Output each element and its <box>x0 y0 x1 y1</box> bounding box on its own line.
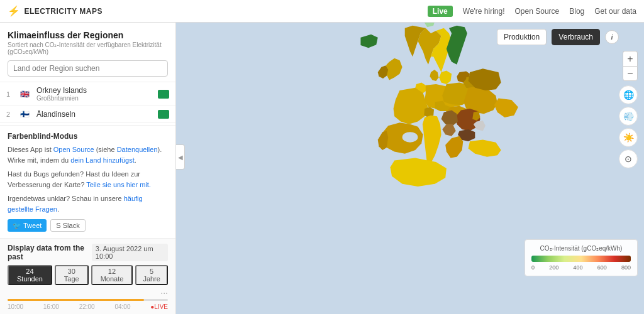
social-buttons: 🐦 Tweet S Slack <box>8 219 168 232</box>
bottom-panel-header: Display data from the past 3. August 202… <box>8 244 168 261</box>
rank-color-bar <box>158 90 169 99</box>
timeline-label: 16:00 <box>43 303 59 310</box>
map-area[interactable]: Produktion Verbrauch i + − 🌐 💨 ☀️ ⊙ <box>176 23 644 314</box>
timeline-label: 04:00 <box>114 303 130 310</box>
panel-subtitle: Sortiert nach CO₂-Intensität der verfügb… <box>8 41 168 55</box>
left-panel: Klimaeinfluss der Regionen Sortiert nach… <box>0 23 176 314</box>
rank-info: Orkney Islands Großbritannien <box>36 86 154 102</box>
flag-icon: 🇫🇮 <box>20 110 33 119</box>
get-data-link[interactable]: Get our data <box>594 7 636 16</box>
colorblind-text3: Irgendetwas unklar? Schau in unsere häuf… <box>8 193 168 214</box>
header: ⚡ ELECTRICITY MAPS Live We're hiring! Op… <box>0 0 644 23</box>
dots-menu[interactable]: ··· <box>8 288 168 298</box>
timeline-label: 22:00 <box>79 303 95 310</box>
flag-icon: 🇬🇧 <box>20 90 33 99</box>
rank-name: Ålandinseln <box>36 110 154 119</box>
twitter-icon: 🐦 <box>13 222 21 230</box>
colorblind-title: Farbenblind-Modus <box>8 132 168 141</box>
slack-icon: S <box>56 222 60 229</box>
wind-icon[interactable]: 💨 <box>619 107 638 126</box>
tweet-button[interactable]: 🐦 Tweet <box>8 219 47 232</box>
time-tab-5-jahre[interactable]: 5 Jahre <box>135 265 168 285</box>
legend-title: CO₂-Intensität (gCO₂eq/kWh) <box>531 245 631 252</box>
timeline-bar[interactable] <box>8 299 168 301</box>
map-legend: CO₂-Intensität (gCO₂eq/kWh) 020040060080… <box>525 239 638 276</box>
colorblind-text1: Dieses App ist Open Source (siehe Datenq… <box>8 144 168 165</box>
timeline-progress <box>8 299 144 301</box>
rank-name: Orkney Islands <box>36 86 154 95</box>
rank-item[interactable]: 1 🇬🇧 Orkney Islands Großbritannien <box>0 82 175 106</box>
hiring-link[interactable]: We're hiring! <box>463 7 505 16</box>
layers-icon[interactable]: ⊙ <box>619 149 638 168</box>
map-controls: Produktion Verbrauch i <box>497 29 619 45</box>
legend-label: 400 <box>573 264 582 271</box>
legend-label: 800 <box>621 264 631 271</box>
panel-header: Klimaeinfluss der Regionen Sortiert nach… <box>0 23 175 82</box>
zoom-in-button[interactable]: + <box>623 51 638 66</box>
live-badge[interactable]: Live <box>428 6 453 17</box>
legend-label: 600 <box>597 264 607 271</box>
legend-label: 200 <box>549 264 558 271</box>
faq-link[interactable]: häufig gestellte Fragen <box>8 195 143 213</box>
time-tab-24-stunden[interactable]: 24 Stunden <box>8 265 52 285</box>
live-label: ●LIVE <box>150 303 168 310</box>
add-country-link[interactable]: dein Land hinzufügst <box>70 156 135 164</box>
zoom-out-button[interactable]: − <box>623 66 638 81</box>
info-button[interactable]: i <box>605 30 619 44</box>
rank-color-bar <box>158 110 169 119</box>
consumption-button[interactable]: Verbrauch <box>552 29 600 45</box>
rank-item[interactable]: 2 🇫🇮 Ålandinseln <box>0 106 175 123</box>
panel-title: Klimaeinfluss der Regionen <box>8 30 168 40</box>
legend-color-bar <box>531 256 631 262</box>
legend-labels: 0200400600800 <box>531 264 631 271</box>
open-source-link[interactable]: Open Source <box>515 7 560 16</box>
time-tab-12-monate[interactable]: 12 Monate <box>91 265 133 285</box>
feedback-link[interactable]: Teile sie uns hier mit. <box>86 181 151 188</box>
rank-country: Großbritannien <box>36 95 154 102</box>
bolt-icon: ⚡ <box>8 5 21 17</box>
time-tabs: 24 Stunden30 Tage12 Monate5 Jahre <box>8 265 168 285</box>
slack-button[interactable]: S Slack <box>50 219 85 232</box>
legend-label: 0 <box>531 264 535 271</box>
blog-link[interactable]: Blog <box>569 7 584 16</box>
open-source-link2[interactable]: Open Source <box>53 146 94 153</box>
rank-number: 2 <box>6 111 16 118</box>
production-button[interactable]: Produktion <box>497 29 547 45</box>
water1 <box>402 132 418 143</box>
rank-info: Ålandinseln <box>36 110 154 119</box>
rank-number: 1 <box>6 90 16 98</box>
timeline-labels: 10:0016:0022:0004:00●LIVE <box>8 303 168 310</box>
solar-icon[interactable]: ☀️ <box>619 128 638 147</box>
timeline-label: 10:00 <box>8 303 23 310</box>
bottom-panel: Display data from the past 3. August 202… <box>0 238 175 314</box>
collapse-handle[interactable]: ◀ <box>176 144 185 170</box>
bottom-title: Display data from the past <box>8 244 92 261</box>
search-input[interactable] <box>8 60 168 77</box>
map-icons: 🌐 💨 ☀️ ⊙ <box>619 85 638 168</box>
bottom-date: 3. August 2022 um 10:00 <box>92 244 168 261</box>
translate-icon[interactable]: 🌐 <box>619 85 638 104</box>
time-tab-30-tage[interactable]: 30 Tage <box>55 265 89 285</box>
rankings-list: 1 🇬🇧 Orkney Islands Großbritannien 2 🇫🇮 … <box>0 82 175 125</box>
logo[interactable]: ⚡ ELECTRICITY MAPS <box>8 5 103 17</box>
zoom-controls: + − <box>623 51 638 81</box>
logo-text: ELECTRICITY MAPS <box>25 7 103 16</box>
colorblind-section: Farbenblind-Modus Dieses App ist Open So… <box>0 125 175 238</box>
data-sources-link[interactable]: Datenquellen <box>117 146 158 153</box>
colorblind-text2: Hast du Bugs gefunden? Hast du Ideen zur… <box>8 169 168 190</box>
header-nav: Live We're hiring! Open Source Blog Get … <box>428 6 636 17</box>
